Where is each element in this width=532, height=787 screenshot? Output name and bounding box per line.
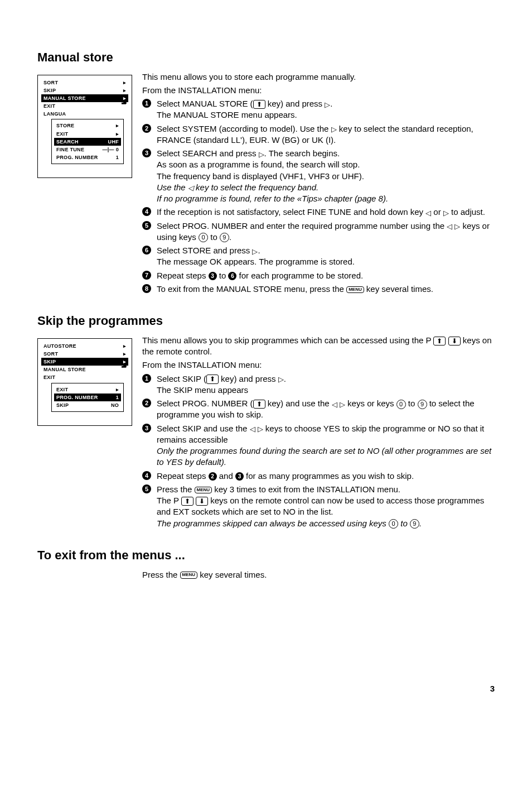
down-key-icon: ⬇	[448, 337, 461, 345]
menu-value: ▸	[116, 386, 119, 393]
left-key-icon: ◁	[250, 425, 255, 433]
menu-item-selected: SKIP	[43, 358, 56, 365]
left-key-icon: ◁	[447, 223, 452, 230]
digit-key-icon: 0	[389, 519, 398, 529]
menu-item-selected: SEARCH	[56, 138, 79, 145]
section-skip: AUTOSTORE▸ SORT▸ SKIP▸ MANUAL STORE EXIT…	[37, 335, 495, 531]
right-key-icon: ▷	[278, 376, 284, 383]
inner-menu-box: STORE▸ EXIT▸ SEARCHUHF FINE TUNE—|— 0 PR…	[51, 119, 124, 164]
up-key-icon: ⬆	[206, 375, 219, 383]
menu-item: SORT	[43, 79, 58, 86]
step-item: 8To exit from the MANUAL STORE menu, pre…	[142, 284, 495, 295]
menu-key-icon: MENU	[180, 572, 198, 579]
step-number-icon: 7	[142, 271, 151, 280]
menu-item: AUTOSTORE	[43, 343, 76, 349]
step-item: 1Select MANUAL STORE (⬆ key) and press ▷…	[142, 98, 495, 121]
step-item: 5Select PROG. NUMBER and enter the requi…	[142, 220, 495, 243]
menu-value: 1	[116, 394, 119, 401]
menu-value: NO	[111, 402, 119, 409]
inner-menu-box: EXIT▸ PROG. NUMBER1 SKIPNO	[51, 383, 124, 412]
digit-key-icon: 9	[220, 233, 229, 242]
menu-key-icon: MENU	[195, 487, 212, 494]
intro-text: This menu allows you to skip programmes …	[142, 335, 495, 358]
skip-body: This menu allows you to skip programmes …	[142, 335, 495, 531]
step-number-icon: 5	[142, 484, 151, 493]
up-key-icon: ⬆	[253, 100, 265, 109]
step-number-icon: 8	[142, 284, 151, 293]
manual-store-menu-illustration: SORT▸ SKIP▸ MANUAL STORE▸ EXIT LANGUA ↘ …	[37, 71, 132, 178]
left-key-icon: ◁	[425, 209, 431, 217]
ref-step-icon: 3	[235, 472, 244, 481]
up-key-icon: ⬆	[253, 400, 265, 409]
step-item: 5Press the MENU key 3 times to exit from…	[142, 484, 495, 529]
digit-key-icon: 0	[199, 233, 208, 242]
step-number-icon: 4	[142, 207, 151, 216]
menu-item: FINE TUNE	[56, 146, 84, 153]
menu-item: EXIT	[43, 103, 55, 109]
step-number-icon: 6	[142, 246, 151, 255]
digit-key-icon: 0	[396, 400, 406, 409]
right-key-icon: ▷	[443, 209, 449, 217]
step-number-icon: 3	[142, 424, 151, 433]
ref-step-icon: 3	[209, 272, 217, 280]
menu-item: PROG. NUMBER	[56, 154, 98, 161]
step-number-icon: 3	[142, 148, 151, 157]
step-number-icon: 1	[142, 374, 151, 383]
step-item: 2Select SYSTEM (according to model). Use…	[142, 123, 495, 146]
left-key-icon: ◁	[188, 184, 194, 191]
section-exit: Press the MENU key several times.	[37, 569, 495, 583]
down-key-icon: ⬇	[196, 497, 208, 506]
right-key-icon: ▷	[340, 401, 345, 408]
digit-key-icon: 9	[410, 519, 419, 529]
menu-value: 1	[116, 154, 119, 161]
manual-store-steps: 1Select MANUAL STORE (⬆ key) and press ▷…	[142, 98, 495, 295]
exit-body: Press the MENU key several times.	[142, 569, 495, 583]
step-item: 6Select STORE and press ▷.The message OK…	[142, 245, 495, 268]
step-item: 7Repeat steps 3 to 6 for each programme …	[142, 270, 495, 281]
menu-item: SKIP	[43, 87, 56, 94]
step-item: 3Select SKIP and use the ◁ ▷ keys to cho…	[142, 423, 495, 468]
exit-text: Press the MENU key several times.	[142, 569, 495, 580]
skip-menu-illustration: AUTOSTORE▸ SORT▸ SKIP▸ MANUAL STORE EXIT…	[37, 335, 132, 426]
right-key-icon: ▷	[258, 425, 263, 433]
page-number: 3	[37, 683, 495, 694]
menu-item: SKIP	[56, 402, 69, 409]
section-heading-exit: To exit from the menus ...	[37, 547, 495, 564]
menu-item: EXIT	[43, 374, 55, 381]
step-item: 2Select PROG. NUMBER (⬆ key) and use the…	[142, 398, 495, 421]
left-key-icon: ◁	[332, 401, 337, 408]
intro-text: This menu allows you to store each progr…	[142, 71, 495, 83]
intro-text: From the INSTALLATION menu:	[142, 85, 495, 96]
menu-key-icon: MENU	[346, 286, 364, 294]
ref-step-icon: 2	[209, 472, 217, 481]
menu-item: EXIT	[56, 131, 68, 137]
right-key-icon: ▷	[259, 151, 264, 158]
menu-item-selected: MANUAL STORE	[43, 95, 86, 102]
step-item: 3Select SEARCH and press ▷. The search b…	[142, 148, 495, 204]
ref-step-icon: 6	[228, 272, 236, 280]
right-key-icon: ▷	[454, 223, 460, 230]
right-key-icon: ▷	[252, 248, 258, 255]
skip-steps: 1Select SKIP (⬆ key) and press ▷.The SKI…	[142, 373, 495, 529]
manual-store-body: This menu allows you to store each progr…	[142, 71, 495, 297]
section-manual-store: SORT▸ SKIP▸ MANUAL STORE▸ EXIT LANGUA ↘ …	[37, 71, 495, 297]
step-item: 4If the reception is not satisfactory, s…	[142, 207, 495, 218]
menu-value: ▸	[116, 122, 119, 129]
right-key-icon: ▷	[325, 101, 330, 108]
digit-key-icon: 9	[418, 400, 427, 409]
step-item: 4Repeat steps 2 and 3 for as many progra…	[142, 471, 495, 482]
step-number-icon: 2	[142, 124, 151, 133]
step-number-icon: 2	[142, 399, 151, 407]
menu-item: SORT	[43, 351, 58, 357]
cursor-arrow-icon: ↘	[116, 92, 128, 107]
right-key-icon: ▷	[331, 126, 337, 133]
step-number-icon: 4	[142, 471, 151, 480]
menu-value: —|— 0	[102, 146, 119, 153]
menu-item: STORE	[56, 122, 74, 129]
step-number-icon: 1	[142, 99, 151, 108]
menu-item: MANUAL STORE	[43, 366, 86, 373]
intro-text: From the INSTALLATION menu:	[142, 359, 495, 371]
section-heading-skip: Skip the programmes	[37, 313, 495, 329]
menu-value: ▸	[116, 131, 119, 137]
cursor-arrow-icon: ↘	[116, 356, 128, 370]
